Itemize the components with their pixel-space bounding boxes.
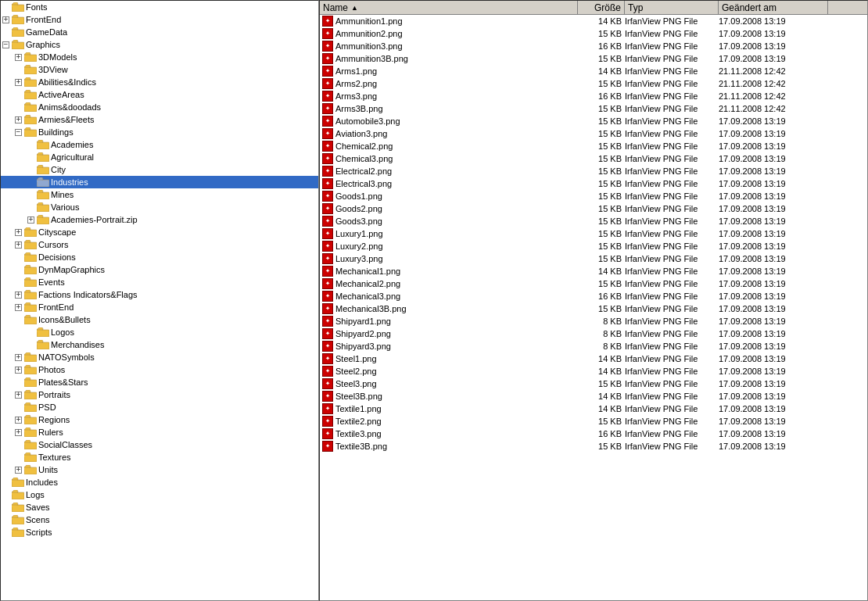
expand-icon-3dmodels[interactable]: +: [15, 54, 22, 61]
file-row[interactable]: ✦ Luxury3.png 15 KB IrfanView PNG File 1…: [320, 252, 867, 265]
file-row[interactable]: ✦ Ammunition3B.png 15 KB IrfanView PNG F…: [320, 52, 867, 65]
tree-panel[interactable]: Fonts+ FrontEnd GameData− Graphics+ 3DMo…: [0, 0, 319, 601]
tree-item-merchandises[interactable]: Merchandises: [1, 338, 318, 351]
tree-item-academies[interactable]: Academies: [1, 138, 318, 151]
expand-icon-photos[interactable]: +: [15, 367, 22, 374]
tree-item-gamedata[interactable]: GameData: [1, 26, 318, 38]
file-row[interactable]: ✦ Ammunition3.png 16 KB IrfanView PNG Fi…: [320, 40, 867, 52]
tree-item-portraits[interactable]: + Portraits: [1, 388, 318, 401]
expand-icon-portraits[interactable]: +: [15, 392, 22, 399]
file-row[interactable]: ✦ Mechanical1.png 14 KB IrfanView PNG Fi…: [320, 265, 867, 277]
file-row[interactable]: ✦ Arms1.png 14 KB IrfanView PNG File 21.…: [320, 65, 867, 77]
file-row[interactable]: ✦ Mechanical3.png 16 KB IrfanView PNG Fi…: [320, 290, 867, 302]
file-row[interactable]: ✦ Chemical2.png 15 KB IrfanView PNG File…: [320, 140, 867, 152]
expand-icon-rulers[interactable]: +: [15, 429, 22, 436]
tree-item-academieszip[interactable]: + Academies-Portrait.zip: [1, 213, 318, 226]
col-header-size[interactable]: Größe: [578, 1, 625, 14]
file-row[interactable]: ✦ Arms3.png 16 KB IrfanView PNG File 21.…: [320, 90, 867, 102]
tree-item-units[interactable]: + Units: [1, 463, 318, 476]
tree-item-decisions[interactable]: Decisions: [1, 251, 318, 263]
tree-item-factions[interactable]: + Factions Indicators&Flags: [1, 288, 318, 301]
file-row[interactable]: ✦ Arms3B.png 15 KB IrfanView PNG File 21…: [320, 102, 867, 115]
expand-icon-units[interactable]: +: [15, 467, 22, 474]
expand-icon-factions[interactable]: +: [15, 292, 22, 299]
expand-icon-frontend1[interactable]: +: [2, 16, 9, 23]
tree-item-natosymbols[interactable]: + NATOSymbols: [1, 351, 318, 363]
tree-item-graphics[interactable]: − Graphics: [1, 38, 318, 51]
file-row[interactable]: ✦ Steel1.png 14 KB IrfanView PNG File 17…: [320, 352, 867, 365]
file-row[interactable]: ✦ Ammunition2.png 15 KB IrfanView PNG Fi…: [320, 27, 867, 40]
tree-item-city[interactable]: City: [1, 163, 318, 176]
tree-item-rulers[interactable]: + Rulers: [1, 426, 318, 438]
col-header-name[interactable]: Name ▲: [320, 1, 578, 14]
expand-icon-armies[interactable]: +: [15, 116, 22, 123]
file-row[interactable]: ✦ Luxury2.png 15 KB IrfanView PNG File 1…: [320, 240, 867, 252]
col-header-type[interactable]: Typ: [625, 1, 719, 14]
tree-item-regions[interactable]: + Regions: [1, 413, 318, 426]
file-row[interactable]: ✦ Textile3B.png 15 KB IrfanView PNG File…: [320, 440, 867, 453]
file-row[interactable]: ✦ Arms2.png 15 KB IrfanView PNG File 21.…: [320, 77, 867, 90]
tree-item-platesstars[interactable]: Plates&Stars: [1, 376, 318, 388]
file-row[interactable]: ✦ Luxury1.png 15 KB IrfanView PNG File 1…: [320, 227, 867, 240]
tree-item-activeareas[interactable]: ActiveAreas: [1, 88, 318, 101]
file-row[interactable]: ✦ Textile1.png 14 KB IrfanView PNG File …: [320, 402, 867, 415]
file-row[interactable]: ✦ Steel2.png 14 KB IrfanView PNG File 17…: [320, 365, 867, 377]
file-row[interactable]: ✦ Aviation3.png 15 KB IrfanView PNG File…: [320, 127, 867, 140]
tree-item-cityscape[interactable]: + Cityscape: [1, 226, 318, 238]
tree-item-dynmap[interactable]: DynMapGraphics: [1, 263, 318, 276]
expand-icon-regions[interactable]: +: [15, 417, 22, 424]
file-row[interactable]: ✦ Textile2.png 15 KB IrfanView PNG File …: [320, 415, 867, 427]
file-row[interactable]: ✦ Goods1.png 15 KB IrfanView PNG File 17…: [320, 190, 867, 202]
tree-item-buildings[interactable]: − Buildings: [1, 126, 318, 138]
tree-item-frontend2[interactable]: + FrontEnd: [1, 301, 318, 313]
tree-item-scens[interactable]: Scens: [1, 513, 318, 526]
tree-item-3dmodels[interactable]: + 3DModels: [1, 51, 318, 63]
tree-item-industries[interactable]: Industries: [1, 176, 318, 188]
tree-item-3dview[interactable]: 3DView: [1, 63, 318, 76]
file-row[interactable]: ✦ Shipyard2.png 8 KB IrfanView PNG File …: [320, 327, 867, 340]
file-row[interactable]: ✦ Ammunition1.png 14 KB IrfanView PNG Fi…: [320, 15, 867, 27]
file-row[interactable]: ✦ Textile3.png 16 KB IrfanView PNG File …: [320, 427, 867, 440]
tree-item-agricultural[interactable]: Agricultural: [1, 151, 318, 163]
tree-item-psd[interactable]: PSD: [1, 401, 318, 413]
file-row[interactable]: ✦ Steel3B.png 14 KB IrfanView PNG File 1…: [320, 390, 867, 402]
col-header-date[interactable]: Geändert am: [719, 1, 828, 14]
file-list[interactable]: ✦ Ammunition1.png 14 KB IrfanView PNG Fi…: [320, 15, 867, 600]
file-row[interactable]: ✦ Electrical3.png 15 KB IrfanView PNG Fi…: [320, 177, 867, 190]
expand-icon-abilities[interactable]: +: [15, 79, 22, 86]
expand-icon-natosymbols[interactable]: +: [15, 354, 22, 361]
expand-icon-cityscape[interactable]: +: [15, 229, 22, 236]
tree-item-anims[interactable]: Anims&doodads: [1, 101, 318, 113]
file-row[interactable]: ✦ Goods2.png 15 KB IrfanView PNG File 17…: [320, 202, 867, 215]
file-row[interactable]: ✦ Automobile3.png 15 KB IrfanView PNG Fi…: [320, 115, 867, 127]
tree-item-events[interactable]: Events: [1, 276, 318, 288]
tree-item-frontend1[interactable]: + FrontEnd: [1, 13, 318, 26]
file-row[interactable]: ✦ Shipyard3.png 8 KB IrfanView PNG File …: [320, 340, 867, 352]
tree-item-socialclasses[interactable]: SocialClasses: [1, 438, 318, 451]
file-row[interactable]: ✦ Mechanical2.png 15 KB IrfanView PNG Fi…: [320, 277, 867, 290]
tree-item-logos[interactable]: Logos: [1, 326, 318, 338]
tree-item-scripts[interactable]: Scripts: [1, 526, 318, 538]
tree-item-fonts[interactable]: Fonts: [1, 1, 318, 13]
file-row[interactable]: ✦ Chemical3.png 15 KB IrfanView PNG File…: [320, 152, 867, 165]
tree-item-logs[interactable]: Logs: [1, 488, 318, 501]
expand-icon-graphics[interactable]: −: [2, 41, 9, 48]
file-row[interactable]: ✦ Goods3.png 15 KB IrfanView PNG File 17…: [320, 215, 867, 227]
tree-item-photos[interactable]: + Photos: [1, 363, 318, 376]
expand-icon-academieszip[interactable]: +: [27, 216, 34, 224]
tree-item-armies[interactable]: + Armies&Fleets: [1, 113, 318, 126]
tree-item-saves[interactable]: Saves: [1, 501, 318, 513]
tree-item-cursors[interactable]: + Cursors: [1, 238, 318, 251]
tree-item-abilities[interactable]: + Abilities&Indics: [1, 76, 318, 88]
expand-icon-cursors[interactable]: +: [15, 241, 22, 249]
tree-item-includes[interactable]: Includes: [1, 476, 318, 488]
expand-icon-frontend2[interactable]: +: [15, 304, 22, 311]
tree-item-mines[interactable]: Mines: [1, 188, 318, 201]
tree-item-various[interactable]: Various: [1, 201, 318, 213]
file-row[interactable]: ✦ Shipyard1.png 8 KB IrfanView PNG File …: [320, 315, 867, 327]
tree-item-textures[interactable]: Textures: [1, 451, 318, 463]
file-row[interactable]: ✦ Mechanical3B.png 15 KB IrfanView PNG F…: [320, 302, 867, 315]
file-row[interactable]: ✦ Steel3.png 15 KB IrfanView PNG File 17…: [320, 377, 867, 390]
expand-icon-buildings[interactable]: −: [15, 129, 22, 136]
tree-item-icons[interactable]: Icons&Bullets: [1, 313, 318, 326]
